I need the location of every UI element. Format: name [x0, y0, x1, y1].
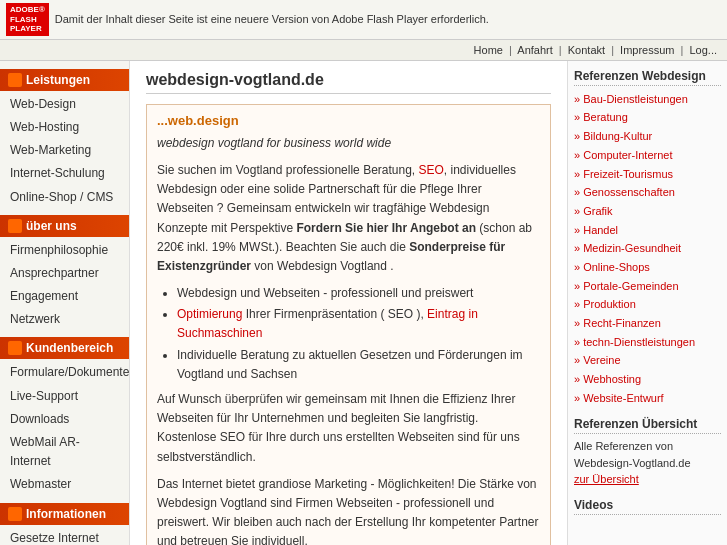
sidebar-item-formulare[interactable]: Formulare/Dokumente [0, 361, 129, 384]
adobe-flash-icon: ADOBE®FLASHPLAYER [6, 3, 49, 36]
paragraph-2: Auf Wunsch überprüfen wir gemeinsam mit … [157, 390, 540, 467]
seo-link[interactable]: SEO [419, 163, 444, 177]
sidebar-header-informationen: Informationen [0, 503, 129, 525]
subtitle: webdesign vogtland for business world wi… [157, 136, 391, 150]
sidebar-header-kundenbereich: Kundenbereich [0, 337, 129, 359]
page-title: webdesign-vogtland.de [146, 71, 551, 94]
right-link-computer[interactable]: Computer-Internet [574, 146, 721, 165]
sidebar-item-firmenphilosophie[interactable]: Firmenphilosophie [0, 239, 129, 262]
right-section-videos: Videos [574, 498, 721, 515]
sidebar-section-informationen: Informationen Gesetze Internet Telediens… [0, 503, 129, 545]
right-section-title-videos: Videos [574, 498, 721, 515]
right-link-bau[interactable]: Bau-Dienstleistungen [574, 90, 721, 109]
sidebar-header-ueber-uns: über uns [0, 215, 129, 237]
right-sidebar: Referenzen Webdesign Bau-Dienstleistunge… [567, 61, 727, 545]
content-text: webdesign vogtland for business world wi… [157, 134, 540, 545]
sidebar-item-downloads[interactable]: Downloads [0, 408, 129, 431]
right-link-bildung[interactable]: Bildung-Kultur [574, 127, 721, 146]
right-note: Alle Referenzen von Webdesign-Vogtland.d… [574, 438, 721, 488]
flash-bar: ADOBE®FLASHPLAYER Damit der Inhalt diese… [0, 0, 727, 40]
top-nav: Home | Anfahrt | Kontakt | Impressum | L… [0, 40, 727, 61]
nav-log[interactable]: Log... [689, 44, 717, 56]
main-content: webdesign-vogtland.de ...web.design webd… [130, 61, 567, 545]
right-section-referenzen: Referenzen Webdesign Bau-Dienstleistunge… [574, 69, 721, 408]
sidebar-section-leistungen: Leistungen Web-Design Web-Hosting Web-Ma… [0, 69, 129, 209]
kundenbereich-icon [8, 341, 22, 355]
sidebar-item-engagement[interactable]: Engagement [0, 285, 129, 308]
sidebar-section-kundenbereich: Kundenbereich Formulare/Dokumente Live-S… [0, 337, 129, 496]
right-link-online-shops[interactable]: Online-Shops [574, 258, 721, 277]
sidebar-item-internet-schulung[interactable]: Internet-Schulung [0, 162, 129, 185]
right-link-genossenschaften[interactable]: Genossenschaften [574, 183, 721, 202]
sidebar-item-live-support[interactable]: Live-Support [0, 385, 129, 408]
informationen-icon [8, 507, 22, 521]
right-section-title-referenzen: Referenzen Webdesign [574, 69, 721, 86]
right-link-produktion[interactable]: Produktion [574, 295, 721, 314]
right-link-recht[interactable]: Recht-Finanzen [574, 314, 721, 333]
nav-home[interactable]: Home [474, 44, 503, 56]
right-link-handel[interactable]: Handel [574, 221, 721, 240]
right-section-title-uebersicht: Referenzen Übersicht [574, 417, 721, 434]
main-layout: Leistungen Web-Design Web-Hosting Web-Ma… [0, 61, 727, 545]
sidebar-item-web-marketing[interactable]: Web-Marketing [0, 139, 129, 162]
uebersicht-link[interactable]: zur Übersicht [574, 473, 639, 485]
sidebar-item-gesetze[interactable]: Gesetze Internet [0, 527, 129, 545]
right-link-vereine[interactable]: Vereine [574, 351, 721, 370]
sidebar-item-web-hosting[interactable]: Web-Hosting [0, 116, 129, 139]
sidebar-item-webmaster[interactable]: Webmaster [0, 473, 129, 496]
sidebar-item-netzwerk[interactable]: Netzwerk [0, 308, 129, 331]
nav-anfahrt[interactable]: Anfahrt [517, 44, 552, 56]
sidebar-header-leistungen: Leistungen [0, 69, 129, 91]
right-link-portale[interactable]: Portale-Gemeinden [574, 277, 721, 296]
right-link-beratung[interactable]: Beratung [574, 108, 721, 127]
right-link-techn[interactable]: techn-Dienstleistungen [574, 333, 721, 352]
leistungen-icon [8, 73, 22, 87]
paragraph-1: Sie suchen im Vogtland professionelle Be… [157, 161, 540, 276]
right-link-webhosting[interactable]: Webhosting [574, 370, 721, 389]
bullet-list: Webdesign und Webseiten - professionell … [177, 284, 540, 384]
list-item: Optimierung Ihrer Firmenpräsentation ( S… [177, 305, 540, 343]
right-link-website-entwurf[interactable]: Website-Entwurf [574, 389, 721, 408]
ueber-uns-icon [8, 219, 22, 233]
sidebar-item-online-shop[interactable]: Online-Shop / CMS [0, 186, 129, 209]
nav-impressum[interactable]: Impressum [620, 44, 674, 56]
sidebar-section-ueber-uns: über uns Firmenphilosophie Ansprechpartn… [0, 215, 129, 332]
list-item: Webdesign und Webseiten - professionell … [177, 284, 540, 303]
optimierung-link[interactable]: Optimierung [177, 307, 242, 321]
flash-bar-text: Damit der Inhalt dieser Seite ist eine n… [55, 13, 489, 25]
nav-kontakt[interactable]: Kontakt [568, 44, 605, 56]
right-link-freizeit[interactable]: Freizeit-Tourismus [574, 165, 721, 184]
sidebar-item-webmail[interactable]: WebMail AR-Internet [0, 431, 129, 473]
content-box-title: ...web.design [157, 113, 540, 128]
right-link-grafik[interactable]: Grafik [574, 202, 721, 221]
right-section-uebersicht: Referenzen Übersicht Alle Referenzen von… [574, 417, 721, 488]
sidebar-item-ansprechpartner[interactable]: Ansprechpartner [0, 262, 129, 285]
right-link-medizin[interactable]: Medizin-Gesundheit [574, 239, 721, 258]
content-box: ...web.design webdesign vogtland for bus… [146, 104, 551, 545]
sidebar-item-web-design[interactable]: Web-Design [0, 93, 129, 116]
sidebar: Leistungen Web-Design Web-Hosting Web-Ma… [0, 61, 130, 545]
list-item: Individuelle Beratung zu aktuellen Geset… [177, 346, 540, 384]
paragraph-3: Das Internet bietet grandiose Marketing … [157, 475, 540, 545]
